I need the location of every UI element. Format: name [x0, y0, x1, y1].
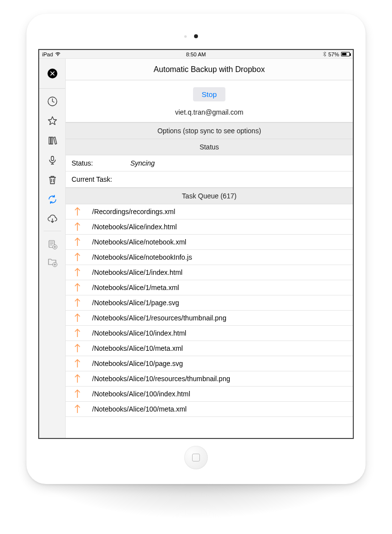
- sidebar-new-note[interactable]: [45, 238, 60, 251]
- close-button[interactable]: [45, 66, 60, 81]
- queue-item-path: /Notebooks/Alice/10/index.html: [92, 329, 348, 337]
- battery-icon: [341, 52, 350, 56]
- account-block: Stop viet.q.tran@gmail.com: [66, 80, 353, 122]
- upload-arrow-icon: [74, 314, 80, 322]
- upload-arrow-icon: [74, 253, 80, 262]
- queue-item-path: /Notebooks/Alice/10/meta.xml: [92, 344, 348, 352]
- status-bar: iPad 8:50 AM 57%: [39, 50, 353, 59]
- sidebar-new-folder[interactable]: [45, 255, 60, 269]
- account-email: viet.q.tran@gmail.com: [66, 108, 353, 116]
- sidebar-item-sync[interactable]: [45, 192, 60, 207]
- queue-item-path: /Notebooks/Alice/10/resources/thumbnail.…: [92, 375, 348, 383]
- queue-item-path: /Notebooks/Alice/10/page.svg: [92, 360, 348, 367]
- upload-arrow-icon: [74, 359, 80, 368]
- queue-item: /Notebooks/Alice/10/page.svg: [66, 356, 353, 371]
- stop-button[interactable]: Stop: [193, 87, 226, 101]
- queue-item: /Recordings/recordings.xml: [66, 204, 353, 219]
- sidebar-item-cloud[interactable]: [45, 211, 60, 227]
- sensor-dot-icon: [184, 35, 187, 38]
- task-queue-section-header: Task Queue (617): [66, 188, 353, 204]
- queue-item-path: /Notebooks/Alice/1/index.html: [92, 268, 348, 276]
- queue-item-path: /Notebooks/Alice/1/resources/thumbnail.p…: [92, 314, 348, 322]
- bluetooth-icon: [323, 51, 326, 57]
- queue-item-path: /Notebooks/Alice/notebook.xml: [92, 238, 348, 246]
- trash-icon: [47, 174, 58, 185]
- queue-item-path: /Notebooks/Alice/notebookInfo.js: [92, 253, 348, 261]
- queue-item: /Notebooks/Alice/10/meta.xml: [66, 341, 353, 356]
- sidebar-item-recordings[interactable]: [45, 152, 60, 168]
- status-label: Status:: [72, 159, 130, 167]
- clock-icon: [47, 96, 58, 107]
- queue-item: /Notebooks/Alice/100/meta.xml: [66, 402, 353, 417]
- queue-item-path: /Notebooks/Alice/100/meta.xml: [92, 405, 348, 413]
- wifi-icon: [55, 52, 61, 56]
- upload-arrow-icon: [74, 389, 80, 398]
- current-task-label: Current Task:: [72, 175, 130, 183]
- queue-item-path: /Notebooks/Alice/1/meta.xml: [92, 284, 348, 291]
- queue-item: /Notebooks/Alice/index.html: [66, 219, 353, 235]
- current-task-row: Current Task:: [66, 171, 353, 188]
- task-queue-list[interactable]: /Recordings/recordings.xml/Notebooks/Ali…: [66, 204, 353, 438]
- queue-item: /Notebooks/Alice/1/meta.xml: [66, 280, 353, 295]
- upload-arrow-icon: [74, 298, 80, 307]
- upload-arrow-icon: [74, 344, 80, 353]
- sync-icon: [47, 194, 58, 205]
- home-button[interactable]: [184, 446, 208, 469]
- battery-percent-label: 57%: [328, 51, 339, 57]
- queue-item: /Notebooks/Alice/10/index.html: [66, 326, 353, 341]
- main-panel: Automatic Backup with Dropbox Stop viet.…: [66, 59, 353, 438]
- ipad-frame: iPad 8:50 AM 57%: [26, 14, 366, 484]
- note-plus-icon: [47, 239, 58, 250]
- queue-item: /Notebooks/Alice/1/page.svg: [66, 295, 353, 311]
- cloud-download-icon: [47, 214, 58, 224]
- star-icon: [47, 116, 58, 126]
- sidebar-divider: [44, 231, 61, 236]
- queue-item: /Notebooks/Alice/1/index.html: [66, 265, 353, 280]
- upload-arrow-icon: [74, 207, 80, 216]
- queue-item-path: /Notebooks/Alice/100/index.html: [92, 390, 348, 398]
- device-label: iPad: [42, 51, 53, 57]
- sidebar-item-trash[interactable]: [45, 172, 60, 188]
- sidebar-item-starred[interactable]: [45, 113, 60, 129]
- upload-arrow-icon: [74, 283, 80, 292]
- upload-arrow-icon: [74, 222, 80, 231]
- upload-arrow-icon: [74, 374, 80, 383]
- svg-rect-2: [51, 156, 53, 161]
- sidebar-item-recent[interactable]: [45, 94, 60, 109]
- sidebar: [39, 59, 66, 438]
- upload-arrow-icon: [74, 268, 80, 277]
- mic-icon: [47, 155, 58, 166]
- queue-item-path: /Recordings/recordings.xml: [92, 208, 348, 216]
- folder-plus-icon: [47, 257, 58, 267]
- queue-item: /Notebooks/Alice/notebook.xml: [66, 235, 353, 250]
- queue-item: /Notebooks/Alice/notebookInfo.js: [66, 250, 353, 265]
- books-icon: [47, 135, 58, 146]
- status-value: Syncing: [130, 159, 155, 167]
- clock-label: 8:50 AM: [186, 51, 206, 57]
- options-section-header: Options (stop sync to see options): [66, 122, 353, 139]
- status-row: Status: Syncing: [66, 155, 353, 171]
- queue-item: /Notebooks/Alice/1/resources/thumbnail.p…: [66, 311, 353, 326]
- queue-item-path: /Notebooks/Alice/index.html: [92, 223, 348, 231]
- camera-icon: [194, 34, 198, 38]
- queue-item: /Notebooks/Alice/10/resources/thumbnail.…: [66, 371, 353, 387]
- status-section-header: Status: [66, 139, 353, 155]
- upload-arrow-icon: [74, 405, 80, 413]
- page-title: Automatic Backup with Dropbox: [66, 59, 353, 80]
- upload-arrow-icon: [74, 238, 80, 246]
- screen: iPad 8:50 AM 57%: [38, 49, 354, 439]
- sidebar-item-library[interactable]: [45, 133, 60, 148]
- queue-item-path: /Notebooks/Alice/1/page.svg: [92, 299, 348, 307]
- queue-item: /Notebooks/Alice/100/index.html: [66, 387, 353, 402]
- upload-arrow-icon: [74, 329, 80, 338]
